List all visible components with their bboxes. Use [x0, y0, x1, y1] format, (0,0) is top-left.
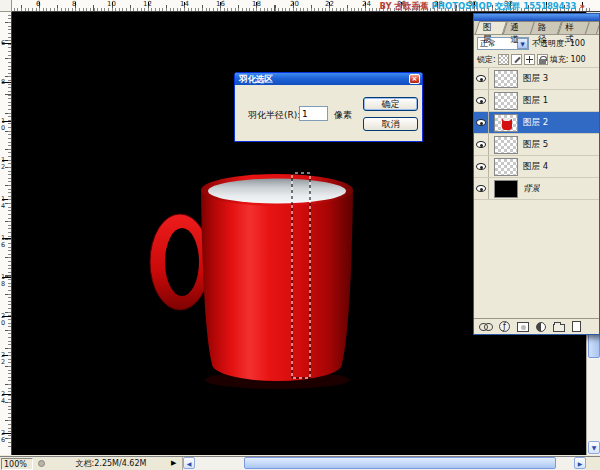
ok-button[interactable]: 确定: [363, 97, 418, 111]
feather-radius-input[interactable]: [299, 106, 328, 121]
fill-value[interactable]: 100: [570, 55, 585, 64]
scroll-down-icon[interactable]: ▼: [588, 441, 600, 454]
layer-name[interactable]: 图层 1: [523, 95, 548, 107]
ruler-number: 22: [325, 0, 334, 8]
layer-row[interactable]: 图层 4: [474, 156, 599, 178]
visibility-toggle[interactable]: [474, 156, 489, 177]
ruler-number: 10: [1, 118, 8, 131]
watermark-arrow-icon: »: [580, 1, 586, 11]
horizontal-scrollbar[interactable]: ◀ ▶: [182, 457, 586, 470]
visibility-toggle[interactable]: [474, 90, 489, 111]
watermark-group: PHOTOSHOP 交流群 155189433: [432, 1, 577, 11]
layer-row-background[interactable]: 背景: [474, 178, 599, 200]
layers-panel-tabs: 图层 通道 路径 样式: [474, 21, 599, 35]
layer-thumbnail[interactable]: [494, 92, 518, 110]
resize-grip[interactable]: [586, 457, 600, 470]
feather-radius-label: 羽化半径(R):: [248, 109, 300, 122]
ruler-number: 24: [1, 391, 8, 404]
feather-dialog-titlebar[interactable]: 羽化选区: [235, 73, 422, 85]
ruler-number: 12: [1, 157, 8, 170]
close-icon[interactable]: ×: [409, 74, 420, 84]
tab-paths[interactable]: 路径: [532, 21, 560, 34]
fill-label: 填充:: [550, 54, 569, 65]
layer-style-icon[interactable]: ƒ: [499, 321, 510, 332]
layer-thumbnail[interactable]: [494, 158, 518, 176]
new-layer-icon[interactable]: [572, 321, 581, 332]
ruler-number: 22: [1, 352, 8, 365]
tab-layers[interactable]: 图层: [477, 21, 505, 34]
layer-name[interactable]: 图层 2: [523, 117, 548, 129]
eye-icon: [476, 97, 486, 104]
layers-panel: 图层 通道 路径 样式 正常 ▼ 不透明度: 100 锁定: 填充: 100: [473, 13, 600, 335]
layers-panel-titlebar[interactable]: [474, 14, 599, 21]
ruler-number: 12: [143, 0, 152, 8]
layer-name[interactable]: 图层 3: [523, 73, 548, 85]
pixels-unit-label: 像素: [334, 109, 352, 122]
visibility-toggle[interactable]: [474, 178, 489, 199]
document-size-info: 文档:2.25M/4.62M: [52, 457, 170, 470]
ruler-number: 20: [290, 0, 299, 8]
ruler-number: 14: [180, 0, 189, 8]
tab-channels[interactable]: 通道: [505, 21, 533, 34]
ruler-corner: [0, 0, 12, 12]
layer-row[interactable]: 图层 3: [474, 68, 599, 90]
layers-panel-buttons: ƒ: [474, 318, 599, 334]
visibility-toggle[interactable]: [474, 112, 489, 133]
eye-icon: [476, 119, 486, 126]
blend-mode-row: 正常 ▼ 不透明度: 100: [474, 35, 599, 52]
layer-thumbnail[interactable]: [494, 70, 518, 88]
layer-name[interactable]: 背景: [523, 183, 540, 195]
ruler-number: 18: [1, 274, 8, 287]
ruler-number: 8: [1, 79, 8, 86]
layer-name[interactable]: 图层 5: [523, 139, 548, 151]
layer-row[interactable]: 图层 1: [474, 90, 599, 112]
status-expand-icon[interactable]: ▶: [171, 457, 176, 470]
eye-icon: [476, 163, 486, 170]
watermark-text: BY 古欧香蕉 PHOTOSHOP 交流群 155189433 »: [379, 1, 585, 13]
vertical-scrollbar-thumb[interactable]: [588, 332, 600, 358]
lock-label: 锁定:: [477, 54, 496, 65]
ruler-number: 8: [72, 0, 76, 8]
ruler-number: 10: [107, 0, 116, 8]
layer-thumbnail-mug[interactable]: [494, 114, 518, 132]
ruler-number: 6: [1, 40, 8, 47]
ruler-number: 6: [36, 0, 40, 8]
link-layers-icon[interactable]: [479, 323, 492, 330]
lock-position-icon[interactable]: [524, 54, 535, 65]
eye-icon: [476, 75, 486, 82]
photoshop-window: 6 8 10 12 14 16 18 20 22 24 26 28 30 32 …: [0, 0, 600, 470]
status-bar: 100% 文档:2.25M/4.62M ▶ ◀ ▶: [0, 456, 600, 470]
horizontal-scrollbar-thumb[interactable]: [244, 457, 556, 469]
lock-all-icon[interactable]: [537, 54, 548, 65]
cancel-button[interactable]: 取消: [363, 117, 418, 131]
adjustment-layer-icon[interactable]: [536, 322, 546, 332]
layer-mask-icon[interactable]: [517, 322, 529, 332]
watermark-author: BY 古欧香蕉: [379, 1, 428, 11]
visibility-toggle[interactable]: [474, 68, 489, 89]
lock-pixels-icon[interactable]: [511, 54, 522, 65]
layer-row-selected[interactable]: 图层 2: [474, 112, 599, 134]
ruler-number: 20: [1, 313, 8, 326]
zoom-level-field[interactable]: 100%: [1, 458, 33, 470]
layer-row[interactable]: 图层 5: [474, 134, 599, 156]
tab-clipped[interactable]: [587, 21, 599, 34]
eye-icon: [476, 185, 486, 192]
ruler-vertical: 6 8 10 12 14 16 18 20 22 24 26: [0, 12, 12, 455]
scroll-left-icon[interactable]: ◀: [183, 457, 195, 469]
scroll-right-icon[interactable]: ▶: [574, 457, 586, 469]
ruler-number: 24: [362, 0, 371, 8]
layer-thumbnail-background[interactable]: [494, 180, 518, 198]
ruler-number: 18: [252, 0, 261, 8]
lock-transparency-icon[interactable]: [498, 54, 509, 65]
visibility-toggle[interactable]: [474, 134, 489, 155]
layer-name[interactable]: 图层 4: [523, 161, 548, 173]
ruler-number: 16: [216, 0, 225, 8]
eye-icon: [476, 141, 486, 148]
dialog-title: 羽化选区: [239, 74, 273, 84]
layer-thumbnail[interactable]: [494, 136, 518, 154]
feather-dialog: 羽化选区 × 羽化半径(R): 像素 确定 取消: [234, 72, 423, 142]
tab-styles[interactable]: 样式: [560, 21, 588, 34]
status-icon: [38, 460, 45, 467]
new-group-icon[interactable]: [553, 324, 565, 332]
ruler-number: 14: [1, 196, 8, 209]
